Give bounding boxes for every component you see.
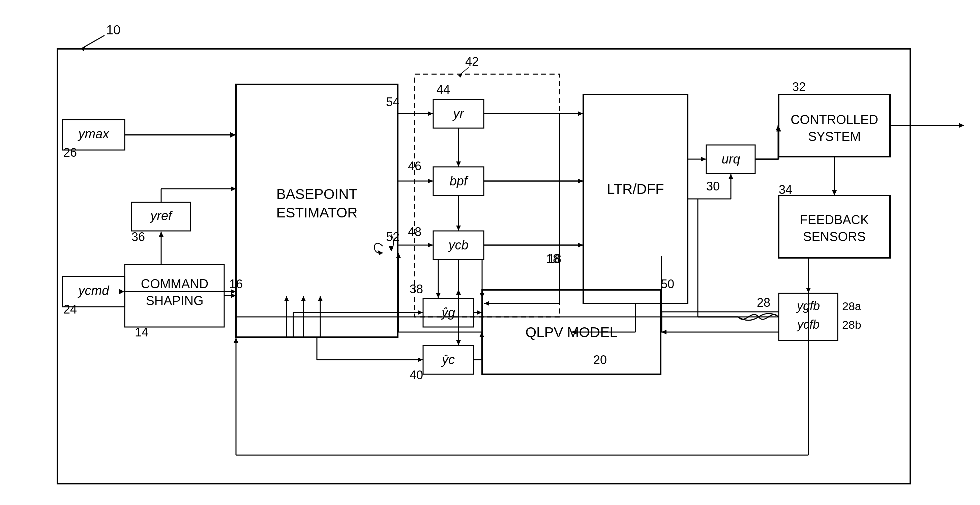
ref-54: 54: [386, 95, 399, 109]
controlled-sys-label-2: SYSTEM: [808, 129, 861, 143]
ref-18-label: 18: [548, 252, 561, 266]
ref-26: 26: [64, 146, 77, 159]
ref-36: 36: [132, 230, 145, 244]
ycmd-label: ycmd: [78, 284, 110, 298]
ref-20: 20: [593, 353, 607, 367]
yref-label: yref: [150, 209, 173, 223]
ref-34: 34: [779, 183, 792, 196]
ref-28b: 28b: [842, 318, 861, 331]
ref-30: 30: [706, 179, 720, 193]
controlled-sys-label-1: CONTROLLED: [791, 113, 878, 127]
ref-24: 24: [64, 303, 77, 316]
ycb-label: ycb: [447, 238, 468, 252]
ref-48: 48: [408, 225, 422, 239]
ref-52: 52: [386, 230, 399, 244]
ref-28: 28: [757, 296, 770, 309]
ymax-label: ymax: [78, 127, 110, 141]
command-shaping-label-1: COMMAND: [141, 277, 209, 291]
yg-hat-label: ŷg: [441, 306, 455, 320]
ref-42: 42: [465, 55, 479, 69]
svg-rect-0: [0, 0, 980, 505]
feedback-label-1: FEEDBACK: [800, 213, 869, 227]
ref-44: 44: [437, 83, 450, 96]
ref-38: 38: [410, 282, 423, 296]
ref-46: 46: [408, 159, 422, 173]
yc-hat-label: ŷc: [441, 353, 455, 367]
ref-14: 14: [135, 325, 148, 339]
urq-label: urq: [722, 152, 740, 166]
ref-50: 50: [661, 277, 674, 291]
basepoint-label-1: BASEPOINT: [277, 186, 357, 202]
command-shaping-label-2: SHAPING: [146, 294, 203, 308]
ref-40: 40: [410, 368, 423, 382]
bpf-label: bpf: [450, 174, 469, 188]
diagram-container: 10 ymax 26 ycmd 24 COMMAND SHAPING 14 yr…: [0, 0, 980, 505]
ref-32: 32: [792, 80, 806, 94]
yr-label: yr: [452, 107, 464, 121]
feedback-label-2: SENSORS: [803, 229, 866, 244]
ltr-dff-label: LTR/DFF: [607, 181, 664, 197]
block-diagram-svg: 10 ymax 26 ycmd 24 COMMAND SHAPING 14 yr…: [0, 0, 980, 505]
ref-16: 16: [229, 277, 243, 291]
basepoint-label-2: ESTIMATOR: [276, 205, 357, 220]
ref-10-label: 10: [106, 23, 120, 37]
ref-28a: 28a: [842, 300, 861, 312]
